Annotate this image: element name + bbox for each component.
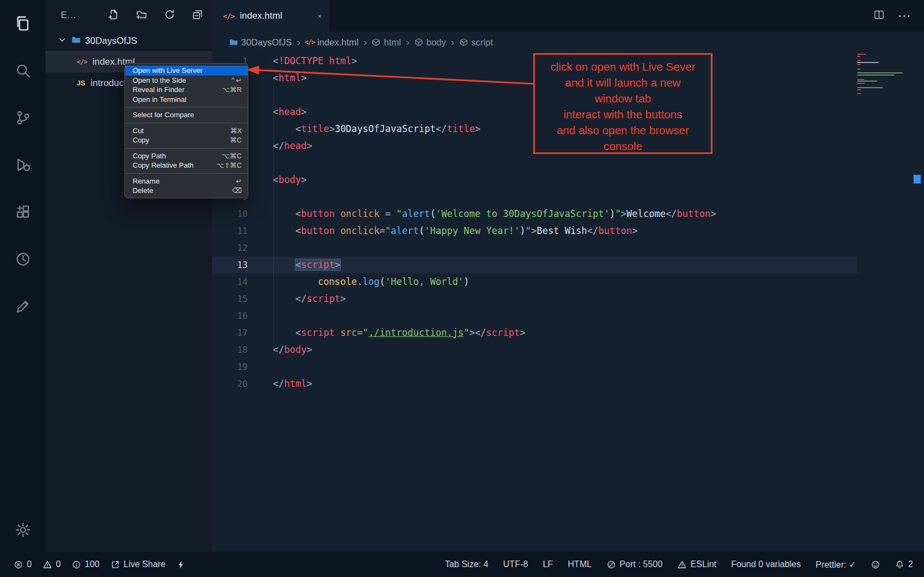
html-file-icon: </> (77, 58, 87, 66)
explorer-action-refresh[interactable] (164, 9, 175, 22)
activity-run-debug[interactable] (10, 152, 36, 178)
breadcrumb: 30DaysOfJS›</>index.html›html›body›scrip… (212, 32, 924, 53)
code-text: <script> (248, 256, 340, 273)
status-eslint[interactable]: ESLint (677, 559, 716, 570)
status-problems-errors[interactable]: 0 (14, 559, 32, 569)
status-port[interactable]: Port : 5500 (607, 559, 663, 570)
breadcrumb-separator: › (297, 36, 300, 48)
activity-search[interactable] (10, 58, 36, 84)
status-label: 0 (27, 559, 32, 569)
code-line-11[interactable]: 11 <button onclick="alert('Happy New Yea… (212, 222, 857, 239)
status-problems-warnings[interactable]: 0 (43, 559, 61, 569)
minimap-line (857, 62, 879, 63)
code-line-16[interactable]: 16 (212, 307, 857, 324)
activity-settings[interactable] (10, 517, 36, 543)
status-found-variables[interactable]: Found 0 variables (731, 559, 801, 570)
minimap-line (857, 81, 877, 82)
menu-item-rename[interactable]: Rename↵ (125, 176, 248, 186)
menu-item-select-for-compare[interactable]: Select for Compare (125, 110, 248, 120)
menu-item-copy[interactable]: Copy⌘C (125, 135, 248, 145)
code-line-17[interactable]: 17 <script src="./introduction.js"></scr… (212, 324, 857, 341)
annotation-line: and it will launch a new (535, 75, 711, 90)
split-editor-icon[interactable] (874, 9, 885, 22)
status-notifications[interactable]: 2 (895, 559, 913, 570)
folder-row-30daysofjs[interactable]: 30DaysOfJS (45, 31, 212, 51)
code-line-14[interactable]: 14 console.log('Hello, World') (212, 273, 857, 290)
code-text: </html> (248, 375, 312, 392)
annotation-line: interact with the buttons (535, 106, 711, 122)
status-label: Tab Size: 4 (445, 559, 488, 569)
menu-item-label: Copy (133, 136, 230, 144)
menu-separator (125, 173, 248, 174)
status-label: Port : 5500 (620, 559, 663, 569)
status-eol[interactable]: LF (543, 559, 553, 570)
menu-item-open-to-the-side[interactable]: Open to the Side⌃↵ (125, 76, 248, 85)
breadcrumb-item-html[interactable]: html (372, 37, 401, 48)
menu-item-reveal-in-finder[interactable]: Reveal in Finder⌥⌘R (125, 85, 248, 95)
breadcrumb-separator: › (451, 36, 454, 48)
code-text: <html> (248, 70, 306, 87)
status-info-count[interactable]: 100 (72, 559, 100, 569)
code-line-7[interactable]: 7 (212, 155, 857, 172)
explorer-action-collapse-all[interactable] (192, 9, 203, 22)
breadcrumb-item-body[interactable]: body (414, 37, 446, 48)
menu-item-copy-relative-path[interactable]: Copy Relative Path⌥⇧⌘C (125, 161, 248, 170)
code-line-19[interactable]: 19 (212, 358, 857, 375)
menu-item-label: Copy Relative Path (133, 161, 216, 169)
minimap-line (857, 60, 860, 61)
bell-icon (895, 560, 904, 569)
activity-bar-top (10, 10, 36, 340)
code-line-10[interactable]: 10 <button onclick = "alert('Welcome to … (212, 205, 857, 222)
minimap-line (857, 56, 860, 57)
status-language-mode[interactable]: HTML (568, 559, 592, 570)
explorer-action-new-folder[interactable] (136, 9, 147, 22)
line-number: 17 (212, 328, 248, 338)
cube-icon (414, 38, 423, 47)
code-line-18[interactable]: 18</body> (212, 341, 857, 358)
breadcrumb-item-script[interactable]: script (459, 37, 493, 48)
minimap-line (857, 72, 903, 73)
breadcrumb-item-index.html[interactable]: </>index.html (305, 37, 358, 48)
activity-bar-bottom (10, 517, 36, 552)
more-actions-icon[interactable]: ⋯ (898, 8, 911, 24)
menu-item-delete[interactable]: Delete⌫ (125, 186, 248, 196)
close-tab-icon[interactable]: × (317, 10, 322, 21)
line-number: 15 (212, 294, 248, 304)
explorer-action-new-file[interactable] (108, 9, 119, 22)
activity-edit-session[interactable] (10, 293, 36, 319)
activity-explorer[interactable] (10, 10, 36, 37)
menu-item-open-in-terminal[interactable]: Open in Terminal (125, 95, 248, 105)
breadcrumb-label: 30DaysOfJS (241, 37, 292, 48)
status-feedback[interactable] (871, 559, 880, 570)
status-tab-size[interactable]: Tab Size: 4 (445, 559, 488, 570)
menu-item-cut[interactable]: Cut⌘X (125, 126, 248, 136)
line-number: 19 (212, 362, 248, 372)
code-line-8[interactable]: 8<body> (212, 172, 857, 188)
activity-source-control[interactable] (10, 105, 36, 131)
status-encoding[interactable]: UTF-8 (503, 559, 528, 570)
chevron-down-icon (58, 35, 67, 44)
code-line-9[interactable]: 9 (212, 188, 857, 205)
code-line-13[interactable]: 13 <script> (212, 256, 857, 273)
refresh-icon (164, 9, 175, 20)
code-line-12[interactable]: 12 (212, 239, 857, 256)
menu-item-label: Delete (133, 186, 232, 195)
status-prettier[interactable]: Prettier: ✓ (815, 559, 856, 570)
status-live-share[interactable]: Live Share (111, 559, 166, 569)
breadcrumb-item-30DaysOfJS[interactable]: 30DaysOfJS (229, 37, 292, 48)
code-line-20[interactable]: 20</html> (212, 375, 857, 392)
status-go-live[interactable] (176, 559, 186, 569)
activity-history[interactable] (10, 246, 36, 272)
lightning-icon (176, 560, 186, 569)
minimap-line (857, 68, 860, 70)
menu-item-open-with-live-server[interactable]: Open with Live Server (125, 66, 248, 76)
line-number: 10 (212, 209, 248, 219)
minimap-line (857, 93, 861, 94)
menu-item-copy-path[interactable]: Copy Path⌥⌘C (125, 151, 248, 161)
code-line-15[interactable]: 15 </script> (212, 290, 857, 307)
activity-extensions[interactable] (10, 199, 36, 225)
tab-index-html[interactable]: </> index.html × (212, 0, 329, 32)
tab-bar-empty (329, 0, 874, 32)
split-icon (874, 9, 885, 20)
minimap[interactable] (857, 54, 911, 114)
